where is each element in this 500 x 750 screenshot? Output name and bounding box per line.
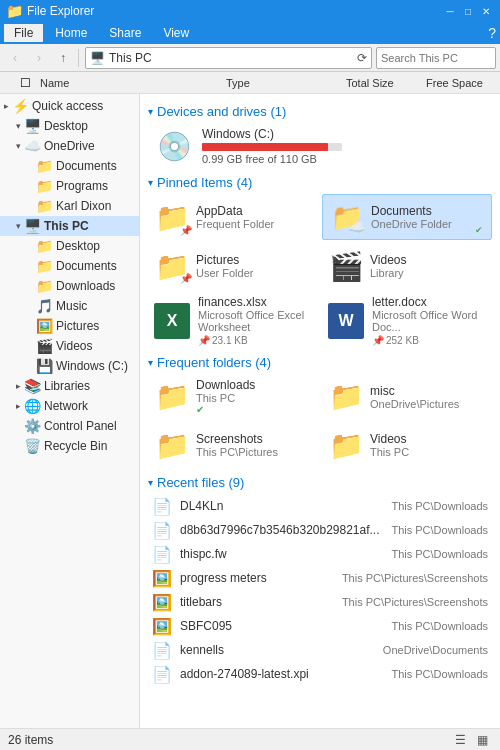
sidebar-item-downloads[interactable]: 📁 Downloads <box>0 276 139 296</box>
tree-item-icon: 🎬 <box>36 338 53 354</box>
freq-screenshots-icon: 📁 <box>154 427 190 463</box>
pinned-pictures[interactable]: 📁 Pictures User Folder 📌 <box>148 244 318 288</box>
column-name[interactable]: Name <box>40 77 226 89</box>
back-button[interactable]: ‹ <box>4 47 26 69</box>
sidebar-item-quick-access[interactable]: ▸ ⚡ Quick access <box>0 96 139 116</box>
windows-drive[interactable]: 💿 Windows (C:) 0.99 GB free of 110 GB <box>148 123 492 169</box>
file-finances-name: finances.xlsx <box>198 295 312 309</box>
tab-home[interactable]: Home <box>45 24 97 42</box>
pinned-appdata-info: AppData Frequent Folder <box>196 204 274 230</box>
recent-item-0[interactable]: 📄 DL4KLn This PC\Downloads <box>148 494 492 518</box>
recent-item-icon: 📄 <box>152 544 172 564</box>
sidebar-item-recycle-bin[interactable]: 🗑️ Recycle Bin <box>0 436 139 456</box>
tree-item-label: Karl Dixon <box>56 199 111 213</box>
recent-item-7[interactable]: 📄 addon-274089-latest.xpi This PC\Downlo… <box>148 662 492 686</box>
tree-item-icon: 🗑️ <box>24 438 41 454</box>
file-finances-icon: X <box>154 303 190 339</box>
sidebar-item-control-panel[interactable]: ⚙️ Control Panel <box>0 416 139 436</box>
tab-file[interactable]: File <box>4 24 43 42</box>
freq-downloads-name: Downloads <box>196 378 255 392</box>
tree-item-label: Network <box>44 399 88 413</box>
freq-downloads[interactable]: 📁 Downloads This PC ✔ <box>148 374 318 419</box>
freq-screenshots[interactable]: 📁 Screenshots This PC\Pictures <box>148 423 318 467</box>
pinned-section-header[interactable]: ▾ Pinned Items (4) <box>148 175 492 190</box>
pinned-appdata[interactable]: 📁 AppData Frequent Folder 📌 <box>148 194 318 240</box>
recent-item-path: This PC\Pictures\Screenshots <box>342 596 488 608</box>
file-letter-icon: W <box>328 303 364 339</box>
recent-item-2[interactable]: 📄 thispc.fw This PC\Downloads <box>148 542 492 566</box>
detail-view-button[interactable]: ▦ <box>472 730 492 750</box>
file-letter[interactable]: W letter.docx Microsoft Office Word Doc.… <box>322 292 492 349</box>
devices-section-title: Devices and drives (1) <box>157 104 286 119</box>
tab-view[interactable]: View <box>153 24 199 42</box>
title-bar: 📁 File Explorer ─ □ ✕ <box>0 0 500 22</box>
pinned-documents[interactable]: 📁 ☁️ Documents OneDrive Folder ✔ <box>322 194 492 240</box>
file-finances[interactable]: X finances.xlsx Microsoft Office Excel W… <box>148 292 318 349</box>
close-button[interactable]: ✕ <box>478 3 494 19</box>
view-controls: ☰ ▦ <box>450 730 492 750</box>
pinned-videos[interactable]: 🎬 Videos Library <box>322 244 492 288</box>
column-type[interactable]: Type <box>226 77 346 89</box>
recent-item-icon: 📄 <box>152 640 172 660</box>
column-total-size[interactable]: Total Size <box>346 77 426 89</box>
help-button[interactable]: ? <box>488 25 496 41</box>
devices-section-header[interactable]: ▾ Devices and drives (1) <box>148 104 492 119</box>
forward-button[interactable]: › <box>28 47 50 69</box>
sidebar: ▸ ⚡ Quick access ▾ 🖥️ Desktop ▾ ☁️ OneDr… <box>0 94 140 728</box>
sidebar-item-network[interactable]: ▸ 🌐 Network <box>0 396 139 416</box>
refresh-button[interactable]: ⟳ <box>357 51 367 65</box>
toolbar: ‹ › ↑ 🖥️ This PC ⟳ 🔍 <box>0 44 500 72</box>
recent-item-name: titlebars <box>180 595 334 609</box>
freq-misc[interactable]: 📁 misc OneDrive\Pictures <box>322 374 492 419</box>
sidebar-item-desktop[interactable]: 📁 Desktop <box>0 236 139 256</box>
recent-arrow: ▾ <box>148 477 153 488</box>
recent-item-6[interactable]: 📄 kennells OneDrive\Documents <box>148 638 492 662</box>
minimize-button[interactable]: ─ <box>442 3 458 19</box>
tree-item-label: Documents <box>56 259 117 273</box>
frequent-items-grid: 📁 Downloads This PC ✔ 📁 misc OneDrive\Pi… <box>148 374 492 467</box>
recent-section-header[interactable]: ▾ Recent files (9) <box>148 475 492 490</box>
sidebar-item-programs[interactable]: 📁 Programs <box>0 176 139 196</box>
list-view-button[interactable]: ☰ <box>450 730 470 750</box>
sidebar-item-windows-c[interactable]: 💾 Windows (C:) <box>0 356 139 376</box>
sidebar-item-libraries[interactable]: ▸ 📚 Libraries <box>0 376 139 396</box>
recent-item-path: This PC\Pictures\Screenshots <box>342 572 488 584</box>
frequent-section-header[interactable]: ▾ Frequent folders (4) <box>148 355 492 370</box>
sidebar-item-karl-dixon[interactable]: 📁 Karl Dixon <box>0 196 139 216</box>
recent-item-path: This PC\Downloads <box>391 668 488 680</box>
sidebar-item-onedrive[interactable]: ▾ ☁️ OneDrive <box>0 136 139 156</box>
recent-section-title: Recent files (9) <box>157 475 244 490</box>
pinned-videos-sub: Library <box>370 267 406 279</box>
recent-item-4[interactable]: 🖼️ titlebars This PC\Pictures\Screenshot… <box>148 590 492 614</box>
select-all-checkbox[interactable]: ☐ <box>20 76 40 90</box>
tab-share[interactable]: Share <box>99 24 151 42</box>
search-bar[interactable]: 🔍 <box>376 47 496 69</box>
address-path: This PC <box>109 51 353 65</box>
freq-videos[interactable]: 📁 Videos This PC <box>322 423 492 467</box>
pinned-appdata-name: AppData <box>196 204 274 218</box>
recent-item-5[interactable]: 🖼️ SBFC095 This PC\Downloads <box>148 614 492 638</box>
sidebar-item-pictures[interactable]: 🖼️ Pictures <box>0 316 139 336</box>
recent-item-3[interactable]: 🖼️ progress meters This PC\Pictures\Scre… <box>148 566 492 590</box>
up-button[interactable]: ↑ <box>52 47 74 69</box>
column-free-space[interactable]: Free Space <box>426 77 496 89</box>
tree-arrow: ▾ <box>12 141 24 151</box>
recent-item-path: This PC\Downloads <box>391 548 488 560</box>
tree-item-icon: 📁 <box>36 238 53 254</box>
sidebar-item-desktop-root[interactable]: ▾ 🖥️ Desktop <box>0 116 139 136</box>
search-input[interactable] <box>381 52 500 64</box>
tree-arrow: ▸ <box>12 381 24 391</box>
window-title: File Explorer <box>27 4 94 18</box>
sidebar-item-music[interactable]: 🎵 Music <box>0 296 139 316</box>
address-bar[interactable]: 🖥️ This PC ⟳ <box>85 47 372 69</box>
recent-item-1[interactable]: 📄 d8b63d7996c7b3546b320b29821af... This … <box>148 518 492 542</box>
sidebar-item-documents[interactable]: 📁 Documents <box>0 256 139 276</box>
tree-item-icon: 🖼️ <box>36 318 53 334</box>
maximize-button[interactable]: □ <box>460 3 476 19</box>
sidebar-item-this-pc[interactable]: ▾ 🖥️ This PC <box>0 216 139 236</box>
tree-item-icon: 💾 <box>36 358 53 374</box>
sidebar-item-documents-od[interactable]: 📁 Documents <box>0 156 139 176</box>
freq-screenshots-info: Screenshots This PC\Pictures <box>196 432 278 458</box>
recent-item-name: SBFC095 <box>180 619 383 633</box>
sidebar-item-videos[interactable]: 🎬 Videos <box>0 336 139 356</box>
